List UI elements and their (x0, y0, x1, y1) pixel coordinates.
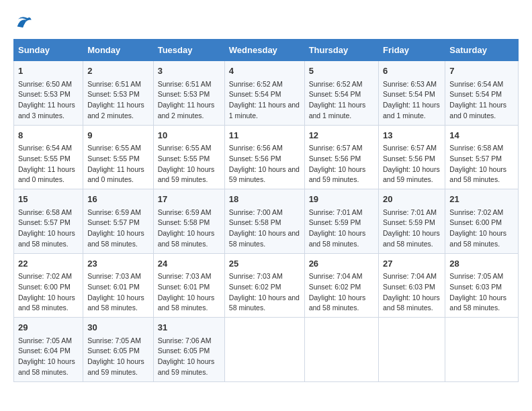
calendar-cell: 5Sunrise: 6:52 AMSunset: 5:54 PMDaylight… (304, 61, 378, 126)
calendar-cell (379, 318, 445, 382)
calendar-week-row: 8Sunrise: 6:54 AMSunset: 5:55 PMDaylight… (14, 125, 519, 189)
daylight-text: Daylight: 10 hours and 58 minutes. (158, 229, 215, 248)
sunrise-text: Sunrise: 7:00 AM (229, 208, 283, 216)
sunset-text: Sunset: 6:05 PM (87, 347, 140, 355)
calendar-cell: 17Sunrise: 6:59 AMSunset: 5:58 PMDayligh… (153, 189, 224, 254)
page-header (13, 13, 519, 32)
day-number: 11 (229, 129, 300, 142)
sunrise-text: Sunrise: 6:55 AM (158, 144, 212, 152)
sunset-text: Sunset: 6:03 PM (383, 283, 435, 291)
day-number: 6 (383, 64, 441, 78)
day-number: 25 (229, 257, 300, 271)
sunset-text: Sunset: 6:01 PM (158, 283, 210, 291)
day-number: 8 (18, 129, 79, 142)
logo-icon (13, 13, 32, 32)
daylight-text: Daylight: 11 hours and 2 minutes. (87, 101, 144, 120)
calendar-cell: 16Sunrise: 6:59 AMSunset: 5:57 PMDayligh… (83, 189, 154, 254)
daylight-text: Daylight: 10 hours and 58 minutes. (229, 229, 300, 248)
calendar-table: SundayMondayTuesdayWednesdayThursdayFrid… (13, 39, 519, 382)
calendar-cell: 7Sunrise: 6:54 AMSunset: 5:54 PMDaylight… (445, 61, 519, 126)
daylight-text: Daylight: 11 hours and 1 minute. (383, 101, 440, 120)
calendar-cell: 11Sunrise: 6:56 AMSunset: 5:56 PMDayligh… (224, 125, 304, 189)
sunset-text: Sunset: 5:58 PM (158, 218, 210, 226)
calendar-week-row: 15Sunrise: 6:58 AMSunset: 5:57 PMDayligh… (14, 189, 519, 254)
daylight-text: Daylight: 10 hours and 59 minutes. (383, 165, 440, 184)
calendar-cell: 13Sunrise: 6:57 AMSunset: 5:56 PMDayligh… (379, 125, 445, 189)
sunset-text: Sunset: 5:59 PM (383, 218, 435, 226)
calendar-cell: 1Sunrise: 6:50 AMSunset: 5:53 PMDaylight… (14, 61, 83, 126)
calendar-cell: 29Sunrise: 7:05 AMSunset: 6:04 PMDayligh… (14, 318, 83, 382)
calendar-cell: 25Sunrise: 7:03 AMSunset: 6:02 PMDayligh… (224, 253, 304, 318)
sunrise-text: Sunrise: 6:52 AM (309, 80, 363, 88)
day-number: 5 (309, 64, 374, 78)
sunset-text: Sunset: 5:54 PM (449, 90, 502, 98)
day-number: 21 (449, 193, 514, 206)
sunrise-text: Sunrise: 6:58 AM (449, 144, 503, 152)
calendar-cell: 24Sunrise: 7:03 AMSunset: 6:01 PMDayligh… (153, 253, 224, 318)
sunset-text: Sunset: 5:57 PM (87, 218, 140, 226)
day-number: 13 (383, 129, 441, 142)
day-number: 29 (18, 321, 79, 334)
sunset-text: Sunset: 6:00 PM (449, 218, 502, 226)
sunset-text: Sunset: 6:02 PM (309, 283, 361, 291)
sunset-text: Sunset: 6:03 PM (449, 283, 502, 291)
header-cell-friday: Friday (379, 40, 445, 61)
daylight-text: Daylight: 10 hours and 58 minutes. (87, 229, 144, 248)
sunrise-text: Sunrise: 6:52 AM (229, 80, 283, 88)
sunrise-text: Sunrise: 7:03 AM (87, 272, 141, 280)
sunrise-text: Sunrise: 6:58 AM (18, 208, 72, 216)
sunset-text: Sunset: 5:54 PM (229, 90, 281, 98)
sunrise-text: Sunrise: 7:05 AM (87, 336, 141, 345)
logo (13, 13, 35, 32)
daylight-text: Daylight: 10 hours and 58 minutes. (309, 293, 366, 312)
sunset-text: Sunset: 5:54 PM (309, 90, 361, 98)
daylight-text: Daylight: 10 hours and 59 minutes. (229, 165, 300, 184)
calendar-week-row: 22Sunrise: 7:02 AMSunset: 6:00 PMDayligh… (14, 253, 519, 318)
sunset-text: Sunset: 5:59 PM (309, 218, 361, 226)
day-number: 30 (87, 321, 149, 334)
daylight-text: Daylight: 10 hours and 58 minutes. (87, 293, 144, 312)
sunrise-text: Sunrise: 7:05 AM (449, 272, 503, 280)
calendar-cell: 8Sunrise: 6:54 AMSunset: 5:55 PMDaylight… (14, 125, 83, 189)
calendar-cell: 19Sunrise: 7:01 AMSunset: 5:59 PMDayligh… (304, 189, 378, 254)
sunrise-text: Sunrise: 7:02 AM (449, 208, 503, 216)
header-cell-monday: Monday (83, 40, 154, 61)
calendar-cell: 22Sunrise: 7:02 AMSunset: 6:00 PMDayligh… (14, 253, 83, 318)
sunset-text: Sunset: 5:54 PM (383, 90, 435, 98)
daylight-text: Daylight: 10 hours and 58 minutes. (18, 293, 75, 312)
sunrise-text: Sunrise: 6:53 AM (383, 80, 437, 88)
sunrise-text: Sunrise: 6:57 AM (383, 144, 437, 152)
daylight-text: Daylight: 10 hours and 58 minutes. (309, 229, 366, 248)
day-number: 10 (158, 129, 220, 142)
daylight-text: Daylight: 11 hours and 0 minutes. (449, 101, 506, 120)
day-number: 31 (158, 321, 220, 334)
daylight-text: Daylight: 11 hours and 1 minute. (229, 101, 300, 120)
day-number: 3 (158, 64, 220, 78)
day-number: 18 (229, 193, 300, 206)
daylight-text: Daylight: 10 hours and 58 minutes. (18, 357, 75, 376)
day-number: 16 (87, 193, 149, 206)
calendar-cell: 20Sunrise: 7:01 AMSunset: 5:59 PMDayligh… (379, 189, 445, 254)
sunset-text: Sunset: 5:58 PM (229, 218, 281, 226)
day-number: 17 (158, 193, 220, 206)
calendar-cell: 27Sunrise: 7:04 AMSunset: 6:03 PMDayligh… (379, 253, 445, 318)
header-cell-thursday: Thursday (304, 40, 378, 61)
sunrise-text: Sunrise: 7:01 AM (383, 208, 437, 216)
day-number: 9 (87, 129, 149, 142)
day-number: 2 (87, 64, 149, 78)
calendar-week-row: 29Sunrise: 7:05 AMSunset: 6:04 PMDayligh… (14, 318, 519, 382)
daylight-text: Daylight: 10 hours and 58 minutes. (449, 229, 506, 248)
sunrise-text: Sunrise: 6:57 AM (309, 144, 363, 152)
calendar-cell: 14Sunrise: 6:58 AMSunset: 5:57 PMDayligh… (445, 125, 519, 189)
sunset-text: Sunset: 5:57 PM (449, 154, 502, 163)
sunrise-text: Sunrise: 7:03 AM (229, 272, 283, 280)
sunrise-text: Sunrise: 7:01 AM (309, 208, 363, 216)
sunset-text: Sunset: 6:00 PM (18, 283, 71, 291)
day-number: 12 (309, 129, 374, 142)
sunrise-text: Sunrise: 7:04 AM (383, 272, 437, 280)
header-cell-wednesday: Wednesday (224, 40, 304, 61)
day-number: 7 (449, 64, 514, 78)
day-number: 14 (449, 129, 514, 142)
daylight-text: Daylight: 10 hours and 59 minutes. (309, 165, 366, 184)
sunrise-text: Sunrise: 6:50 AM (18, 80, 72, 88)
